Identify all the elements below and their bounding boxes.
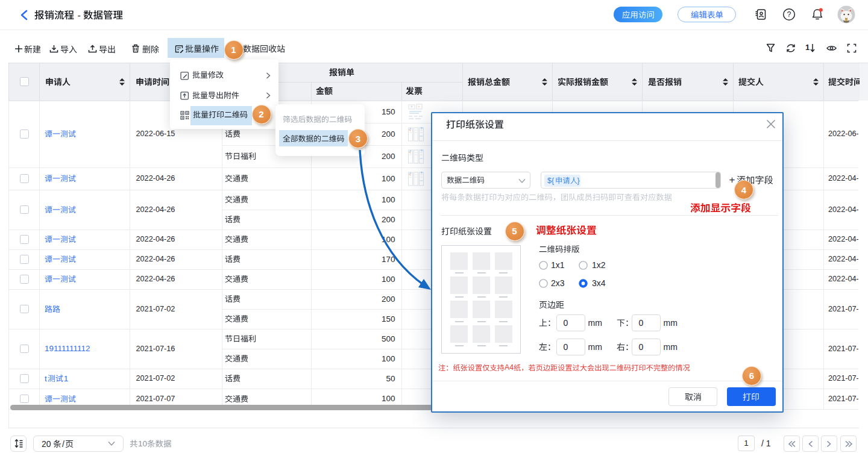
svg-text:?: ? [787,10,791,19]
